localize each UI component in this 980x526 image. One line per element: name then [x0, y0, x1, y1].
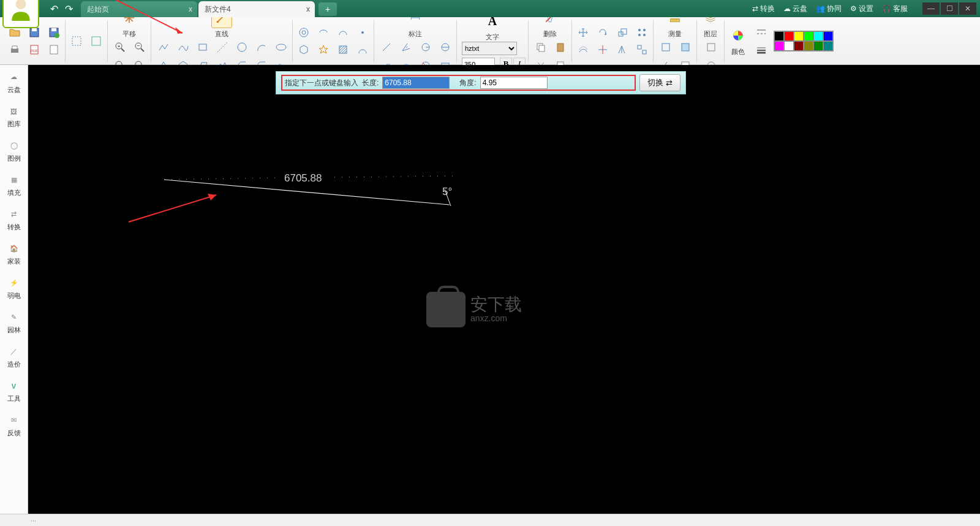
rect-button[interactable]	[194, 39, 211, 56]
link-collab[interactable]: 👥协同	[816, 4, 842, 14]
new-tab-button[interactable]: +	[318, 2, 337, 16]
dist-button[interactable]	[657, 39, 674, 56]
font-select[interactable]: hztxt	[462, 42, 517, 55]
paste-button[interactable]	[552, 39, 569, 56]
sidebar-gallery[interactable]: 🖼图库	[0, 99, 28, 134]
angle-value: 5°	[442, 186, 452, 198]
align-button[interactable]	[633, 41, 650, 58]
array-button[interactable]	[633, 24, 650, 41]
redo-button[interactable]: ↷	[62, 2, 75, 15]
sidebar-convert[interactable]: ⇄转换	[0, 202, 28, 237]
zoom-out-button[interactable]: −	[131, 39, 148, 56]
svg-text:−: −	[137, 43, 140, 48]
link-convert[interactable]: ⇄转换	[752, 4, 775, 14]
svg-rect-4	[51, 28, 56, 31]
svg-rect-48	[557, 44, 564, 51]
sidebar-garden[interactable]: ✎园林	[0, 305, 28, 340]
close-icon[interactable]: x	[189, 5, 192, 13]
color-button[interactable]	[728, 25, 748, 46]
svg-line-14	[121, 48, 124, 51]
user-avatar[interactable]	[2, 0, 39, 28]
len-label: 长度:	[362, 78, 379, 88]
export-pdf-button[interactable]: PDF	[26, 41, 43, 58]
close-icon[interactable]: x	[306, 5, 310, 13]
v-icon: V	[7, 379, 21, 393]
color-palette[interactable]	[774, 31, 834, 51]
convert-icon: ⇄	[7, 208, 21, 221]
svg-rect-47	[539, 45, 545, 51]
mirror-button[interactable]	[614, 41, 631, 58]
linetype-button[interactable]	[753, 23, 770, 40]
move-button[interactable]	[575, 24, 592, 41]
link-support[interactable]: 🎧客服	[882, 4, 908, 14]
scale-button[interactable]	[614, 24, 631, 41]
lineweight-button[interactable]	[753, 42, 770, 59]
svg-rect-61	[643, 50, 646, 54]
length-input[interactable]	[382, 77, 450, 89]
svg-line-17	[141, 48, 144, 51]
print-button[interactable]	[6, 41, 23, 58]
undo-button[interactable]: ↶	[48, 2, 60, 15]
zoom-in-button[interactable]: +	[111, 39, 129, 56]
saveas-button[interactable]	[45, 24, 62, 41]
dim-radius-button[interactable]	[417, 39, 434, 56]
svg-line-37	[383, 44, 390, 51]
svg-rect-11	[72, 37, 81, 45]
copy-button[interactable]	[532, 39, 549, 56]
delete-label: 删除	[543, 29, 557, 39]
mail-icon: ✉	[7, 414, 21, 427]
area-button[interactable]	[677, 39, 694, 56]
dim-diameter-button[interactable]	[437, 39, 454, 56]
color-label: 颜色	[731, 47, 745, 56]
circle-button[interactable]	[233, 39, 251, 56]
drawing-canvas[interactable]: 6705.88 5° 安下载 anxz.com	[28, 65, 980, 514]
layer-prop-button[interactable]	[703, 39, 720, 56]
annot-label: 标注	[409, 29, 422, 39]
rotate-button[interactable]	[594, 24, 611, 41]
svg-point-54	[638, 29, 641, 31]
sidebar-feedback[interactable]: ✉反馈	[0, 408, 28, 443]
select-crossing-button[interactable]	[88, 32, 105, 50]
polyline-button[interactable]	[155, 39, 172, 56]
sidebar-legend[interactable]: ◯图例	[0, 134, 28, 168]
hatch-icon: ▦	[7, 173, 21, 187]
hexagon-button[interactable]	[295, 41, 312, 58]
point-button[interactable]	[354, 24, 371, 41]
construction-line-button[interactable]	[214, 39, 231, 56]
dimension-value: 6705.88	[284, 172, 322, 185]
ang-label: 角度:	[459, 78, 476, 88]
ellipse-button[interactable]	[273, 39, 290, 56]
tab-file[interactable]: 新文件4 x	[198, 1, 315, 17]
minimize-button[interactable]: —	[922, 2, 940, 15]
sidebar-cost[interactable]: ／造价	[0, 340, 28, 374]
close-button[interactable]: ✕	[959, 2, 976, 15]
star-button[interactable]	[315, 41, 332, 58]
sidebar-hatch[interactable]: ▦填充	[0, 168, 28, 202]
spline-button[interactable]	[175, 39, 192, 56]
hatch-region-button[interactable]	[334, 41, 352, 58]
angle-input[interactable]	[480, 77, 548, 89]
donut-button[interactable]	[295, 24, 312, 41]
export-button[interactable]	[45, 41, 62, 58]
home-icon: 🏠	[7, 242, 21, 256]
link-settings[interactable]: ⚙设置	[850, 4, 873, 14]
sidebar-home[interactable]: 🏠家装	[0, 237, 28, 271]
link-cloud[interactable]: ☁云盘	[783, 4, 807, 14]
tab-start[interactable]: 起始页 x	[81, 1, 197, 17]
offset-button[interactable]	[575, 41, 592, 58]
trim-button[interactable]	[594, 41, 611, 58]
maximize-button[interactable]: ☐	[941, 2, 958, 15]
dim-angular-button[interactable]	[398, 39, 415, 56]
dim-aligned-button[interactable]	[378, 39, 395, 56]
cloud-icon: ☁	[783, 4, 791, 13]
arc2-button[interactable]	[334, 24, 352, 41]
select-window-button[interactable]	[68, 32, 85, 50]
sidebar-cloud[interactable]: ☁云盘	[0, 65, 28, 99]
boundary-button[interactable]	[354, 41, 371, 58]
sidebar-tools[interactable]: V工具	[0, 374, 28, 408]
ellipse-arc-button[interactable]	[315, 24, 332, 41]
switch-button[interactable]: 切换	[639, 74, 680, 91]
sidebar-electric[interactable]: ⚡弱电	[0, 271, 28, 305]
arc-button[interactable]	[253, 39, 270, 56]
command-bar: 指定下一点或键盘输入 长度: 角度: 切换	[276, 71, 686, 94]
